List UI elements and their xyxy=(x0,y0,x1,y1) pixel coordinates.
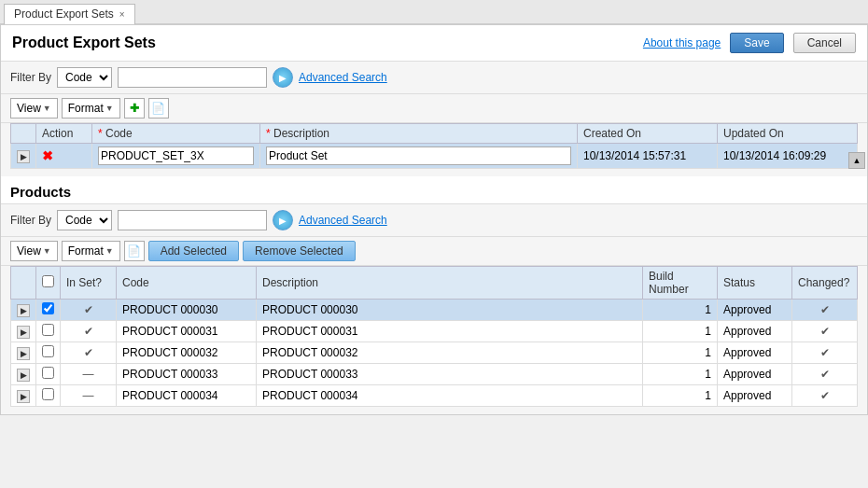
row-checkbox[interactable] xyxy=(42,324,54,336)
product-code-cell: PRODUCT 000031 xyxy=(117,321,257,342)
export-sets-section: Filter By Code ▶ Advanced Search View ▼ … xyxy=(1,62,867,176)
products-table-row: ▶✔PRODUCT 000032PRODUCT 0000321Approved✔ xyxy=(11,342,858,364)
row-expand-button[interactable]: ▶ xyxy=(17,347,30,360)
products-section-title: Products xyxy=(1,176,867,203)
add-row-button[interactable]: ✚ xyxy=(124,98,145,119)
products-export-icon: 📄 xyxy=(127,244,141,258)
col-changed: Changed? xyxy=(792,267,858,300)
col-status: Status xyxy=(718,267,792,300)
action-cell: ✖ xyxy=(36,144,92,169)
row-checkbox-cell xyxy=(36,342,61,364)
filter-by-label: Filter By xyxy=(10,71,51,84)
format-dropdown-arrow: ▼ xyxy=(105,104,114,113)
row-expand-button[interactable]: ▶ xyxy=(17,369,30,382)
format-dropdown[interactable]: Format ▼ xyxy=(62,98,120,119)
changed-cell: ✔ xyxy=(792,364,858,385)
row-checkbox-cell xyxy=(36,364,61,385)
dash-icon: — xyxy=(83,389,94,402)
products-view-dropdown[interactable]: View ▼ xyxy=(10,241,58,261)
view-label: View xyxy=(17,102,41,115)
changed-check-icon: ✔ xyxy=(820,325,830,338)
col-checkbox xyxy=(36,267,61,300)
product-code-cell: PRODUCT 000032 xyxy=(117,342,257,364)
check-icon: ✔ xyxy=(84,346,93,359)
row-checkbox[interactable] xyxy=(42,302,54,314)
products-filter-input[interactable] xyxy=(118,210,267,230)
export-sets-header-row: Action * Code * Description Created On U… xyxy=(11,124,858,144)
add-selected-button[interactable]: Add Selected xyxy=(148,241,239,261)
row-expand-button[interactable]: ▶ xyxy=(17,390,30,403)
code-input[interactable] xyxy=(98,146,254,165)
remove-selected-button[interactable]: Remove Selected xyxy=(243,241,356,261)
search-button[interactable]: ▶ xyxy=(273,67,293,88)
row-expand-button[interactable]: ▶ xyxy=(17,304,30,317)
filter-by-select[interactable]: Code xyxy=(57,67,112,88)
col-action: Action xyxy=(36,124,92,144)
changed-check-icon: ✔ xyxy=(820,346,830,359)
created-on-cell: 10/13/2014 15:57:31 xyxy=(578,144,718,169)
products-filter-select[interactable]: Code xyxy=(57,210,112,230)
col-expand xyxy=(11,124,36,144)
row-expand-button[interactable]: ▶ xyxy=(17,150,30,163)
check-icon: ✔ xyxy=(84,325,93,338)
changed-cell: ✔ xyxy=(792,321,858,342)
changed-cell: ✔ xyxy=(792,300,858,321)
col-in-set: In Set? xyxy=(61,267,117,300)
view-dropdown-arrow: ▼ xyxy=(43,104,51,113)
row-checkbox[interactable] xyxy=(42,345,54,357)
select-all-checkbox[interactable] xyxy=(42,275,54,287)
products-table: In Set? Code Description Build Number St… xyxy=(10,266,858,407)
export-sets-grid: Action * Code * Description Created On U… xyxy=(1,123,867,174)
changed-check-icon: ✔ xyxy=(820,368,830,381)
changed-cell: ✔ xyxy=(792,342,858,364)
status-cell: Approved xyxy=(718,385,792,407)
product-code-cell: PRODUCT 000034 xyxy=(117,385,257,407)
in-set-cell: ✔ xyxy=(61,321,117,342)
cancel-button[interactable]: Cancel xyxy=(793,33,856,53)
col-product-code: Code xyxy=(117,267,257,300)
status-cell: Approved xyxy=(718,342,792,364)
scroll-up-button[interactable]: ▲ xyxy=(848,152,865,169)
products-header-row: In Set? Code Description Build Number St… xyxy=(11,267,858,300)
row-expand-button[interactable]: ▶ xyxy=(17,326,30,339)
products-format-dropdown[interactable]: Format ▼ xyxy=(62,241,120,261)
products-grid: In Set? Code Description Build Number St… xyxy=(1,266,867,414)
export-sets-filter-row: Filter By Code ▶ Advanced Search xyxy=(1,62,867,94)
products-advanced-search-link[interactable]: Advanced Search xyxy=(299,214,387,227)
products-toolbar: View ▼ Format ▼ 📄 Add Selected Remove Se… xyxy=(1,237,867,266)
export-button[interactable]: 📄 xyxy=(148,98,169,119)
product-description-cell: PRODUCT 000034 xyxy=(257,385,643,407)
delete-icon[interactable]: ✖ xyxy=(42,148,53,163)
products-view-label: View xyxy=(17,244,41,258)
status-cell: Approved xyxy=(718,300,792,321)
filter-input[interactable] xyxy=(118,67,267,88)
description-input[interactable] xyxy=(266,146,571,165)
expand-cell: ▶ xyxy=(11,300,36,321)
changed-check-icon: ✔ xyxy=(820,303,830,316)
row-checkbox[interactable] xyxy=(42,367,54,379)
changed-check-icon: ✔ xyxy=(820,389,830,402)
page-container: Product Export Sets About this page Save… xyxy=(0,24,868,415)
code-cell xyxy=(92,144,260,169)
products-search-button[interactable]: ▶ xyxy=(273,210,293,230)
products-format-label: Format xyxy=(68,244,104,258)
save-button[interactable]: Save xyxy=(730,33,783,53)
products-table-row: ▶✔PRODUCT 000031PRODUCT 0000311Approved✔ xyxy=(11,321,858,342)
products-table-row: ▶✔PRODUCT 000030PRODUCT 0000301Approved✔ xyxy=(11,300,858,321)
products-filter-by-label: Filter By xyxy=(10,214,51,227)
header-actions: About this page Save Cancel xyxy=(643,33,856,53)
advanced-search-link[interactable]: Advanced Search xyxy=(299,71,387,84)
products-table-row: ▶—PRODUCT 000034PRODUCT 0000341Approved✔ xyxy=(11,385,858,407)
in-set-cell: ✔ xyxy=(61,300,117,321)
row-checkbox[interactable] xyxy=(42,388,54,400)
product-description-cell: PRODUCT 000031 xyxy=(257,321,643,342)
tab-close-icon[interactable]: × xyxy=(119,9,125,20)
expand-cell: ▶ xyxy=(11,342,36,364)
expand-cell: ▶ xyxy=(11,321,36,342)
view-dropdown[interactable]: View ▼ xyxy=(10,98,58,119)
products-export-button[interactable]: 📄 xyxy=(124,241,145,261)
changed-cell: ✔ xyxy=(792,385,858,407)
product-export-sets-tab[interactable]: Product Export Sets × xyxy=(4,4,135,24)
product-code-cell: PRODUCT 000030 xyxy=(117,300,257,321)
about-this-page-link[interactable]: About this page xyxy=(643,36,721,49)
